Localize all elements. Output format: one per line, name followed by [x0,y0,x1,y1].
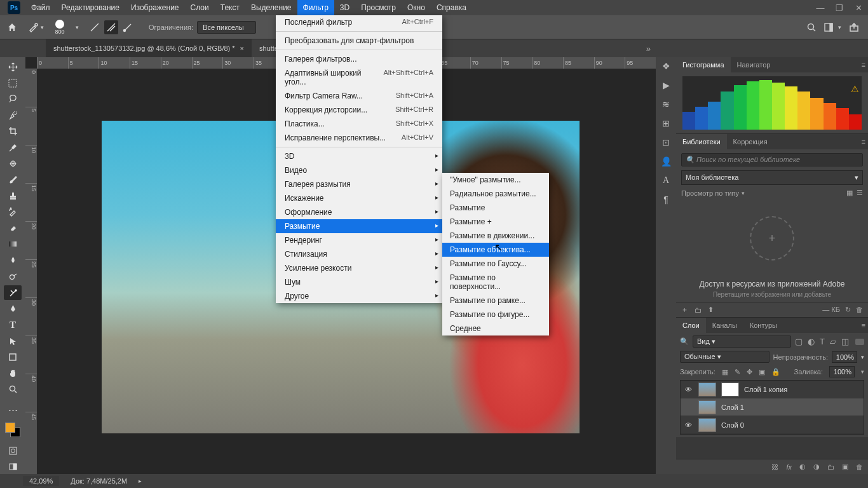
vstrip-icon[interactable]: ¶ [663,194,668,205]
healing-tool-icon[interactable] [4,156,22,170]
blur-tool-icon[interactable] [4,254,22,268]
menu-окно[interactable]: Окно [402,0,431,15]
vstrip-icon[interactable]: ≋ [662,99,670,109]
mask-icon[interactable]: ◐ [799,463,806,471]
eyedropper-tool-icon[interactable] [4,140,22,154]
library-search-input[interactable]: 🔍 Поиск по текущей библиотеке [681,153,863,166]
layer-row[interactable]: Слой 1 [681,398,864,416]
menu-редактирование[interactable]: Редактирование [56,0,125,15]
panel-menu-icon[interactable]: ≡ [862,322,865,329]
menu-item[interactable]: Галерея размытия [276,177,442,191]
tab-layers[interactable]: Слои [676,318,706,333]
library-view-select[interactable]: Просмотр по типу [681,189,739,197]
lock-paint-icon[interactable]: ✎ [735,368,740,376]
brush-preset-picker[interactable]: 800 [48,18,72,37]
opacity-input[interactable]: 100% [832,351,857,363]
foreground-color-swatch[interactable] [5,423,15,433]
visibility-icon[interactable]: 👁 [683,386,693,393]
vstrip-icon[interactable]: 👤 [661,156,672,166]
menu-изображение[interactable]: Изображение [125,0,185,15]
menu-3d[interactable]: 3D [334,0,355,15]
panel-menu-icon[interactable]: ≡ [862,138,865,146]
menu-справка[interactable]: Справка [431,0,472,15]
lock-artboard-icon[interactable]: ▣ [759,368,765,376]
menu-item[interactable]: Видео [276,163,442,177]
warning-icon[interactable]: ⚠ [851,84,859,94]
move-tool-icon[interactable] [4,60,22,74]
tab-navigator[interactable]: Навигатор [731,57,777,72]
menu-файл[interactable]: Файл [25,0,56,15]
filter-pixel-icon[interactable]: ▢ [795,337,803,346]
vstrip-icon[interactable]: ⊡ [662,137,670,147]
layer-row[interactable]: 👁Слой 0 [681,416,864,434]
submenu-item[interactable]: Размытие по фигуре... [442,308,549,322]
vstrip-icon[interactable]: ⊞ [662,118,670,128]
trash-icon[interactable]: 🗑 [856,306,863,314]
visibility-icon[interactable]: 👁 [683,421,693,429]
brush-mode-icon-2[interactable] [104,20,118,34]
background-eraser-tool-icon[interactable] [4,285,22,299]
quick-select-tool-icon[interactable] [4,108,22,122]
filter-toggle[interactable] [855,339,864,345]
brush-mode-icon-1[interactable] [88,20,102,34]
search-icon[interactable] [806,22,817,32]
submenu-item[interactable]: "Умное" размытие... [442,173,549,187]
vstrip-icon[interactable]: ▶ [663,80,670,90]
workspace-icon[interactable] [824,22,836,32]
menu-item[interactable]: Коррекция дисторсии...Shift+Ctrl+R [276,103,442,117]
gradient-tool-icon[interactable] [4,237,22,251]
menu-текст[interactable]: Текст [215,0,245,15]
stamp-tool-icon[interactable] [4,189,22,203]
tab-histogram[interactable]: Гистограмма [676,57,731,72]
submenu-item[interactable]: Размытие + [442,215,549,229]
delete-layer-icon[interactable]: 🗑 [856,463,863,471]
grid-view-icon[interactable]: ▦ [846,189,853,197]
eraser-tool-icon[interactable] [4,221,22,235]
submenu-item[interactable]: Размытие [442,201,549,215]
submenu-item[interactable]: Размытие по рамке... [442,294,549,308]
menu-item[interactable]: Размытие [276,219,442,233]
tab-paths[interactable]: Контуры [743,318,783,333]
menu-фильтр[interactable]: Фильтр [297,0,334,15]
filter-type-icon[interactable]: T [820,337,825,346]
panel-menu-icon[interactable]: ≡ [862,61,865,69]
brush-mode-icon-3[interactable] [121,20,135,34]
menu-item[interactable]: Адаптивный широкий угол...Alt+Shift+Ctrl… [276,66,442,89]
layer-filter-select[interactable]: Вид ▾ [693,336,791,348]
dodge-tool-icon[interactable] [4,269,22,283]
menu-выделение[interactable]: Выделение [245,0,297,15]
screen-mode-icon[interactable] [4,460,22,474]
menu-item[interactable]: Галерея фильтров... [276,52,442,66]
color-swatches[interactable] [5,423,20,437]
tool-preset-icon[interactable] [27,20,41,34]
path-select-tool-icon[interactable] [4,334,22,348]
menu-item[interactable]: 3D [276,149,442,163]
filter-smart-icon[interactable]: ◫ [841,337,849,346]
zoom-level[interactable]: 42,09% [23,476,59,486]
menu-item[interactable]: Пластика...Shift+Ctrl+X [276,117,442,131]
lock-all-icon[interactable]: 🔒 [771,368,780,376]
home-icon[interactable] [5,20,19,34]
submenu-item[interactable]: Размытие по поверхности... [442,271,549,294]
submenu-item[interactable]: Размытие по Гауссу... [442,257,549,271]
vstrip-icon[interactable]: A [663,175,669,186]
quick-mask-icon[interactable] [4,444,22,458]
tab-close-icon[interactable]: × [240,39,244,57]
zoom-tool-icon[interactable] [4,383,22,396]
layer-row[interactable]: 👁Слой 1 копия [681,381,864,398]
menu-item[interactable]: Фильтр Camera Raw...Shift+Ctrl+A [276,89,442,103]
filter-adjust-icon[interactable]: ◐ [808,337,815,346]
submenu-item[interactable]: Радиальное размытие... [442,187,549,201]
sync-icon[interactable]: ↻ [845,306,851,314]
menu-item[interactable]: Последний фильтрAlt+Ctrl+F [276,15,442,29]
lock-pixels-icon[interactable]: ▦ [722,368,728,376]
collapse-panels-icon[interactable]: » [646,44,651,53]
vstrip-icon[interactable]: ❖ [662,61,670,71]
menu-слои[interactable]: Слои [185,0,215,15]
tab-libraries[interactable]: Библиотеки [676,134,727,149]
folder-icon[interactable]: 🗀 [695,306,702,314]
pen-tool-icon[interactable] [4,302,22,316]
add-icon[interactable]: ＋ [681,305,688,315]
history-brush-tool-icon[interactable] [4,205,22,219]
menu-item[interactable]: Оформление [276,205,442,219]
